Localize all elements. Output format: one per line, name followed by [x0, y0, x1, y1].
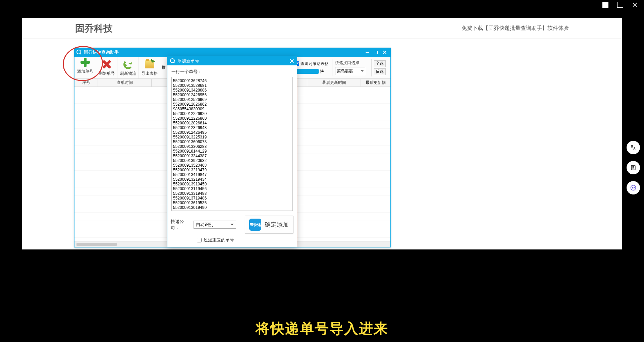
svg-point-2 [632, 187, 633, 188]
scroll-checkbox-label: 查询时滚动表格 [301, 61, 329, 67]
print-button[interactable] [627, 161, 640, 174]
app-titlebar[interactable]: 固乔快递查询助手 [74, 48, 390, 57]
carrier-select[interactable]: 自动识别 [194, 221, 236, 229]
interface-select[interactable]: 菜鸟裹裹 [335, 67, 365, 75]
svg-point-3 [634, 187, 635, 188]
app-title: 固乔快递查询助手 [84, 49, 119, 55]
export-button[interactable]: 导出表格 [139, 57, 160, 78]
dialog-title: 添加新单号 [177, 58, 199, 64]
confirm-label: 确定添加 [265, 221, 289, 229]
refresh-label: 刷新物流 [120, 71, 136, 76]
delete-tracking-label: 删除单号 [99, 71, 115, 76]
chevron-down-icon [361, 70, 364, 73]
col-last-logistics[interactable]: 最后更新物 [361, 79, 390, 87]
col-seq[interactable]: 序号 [74, 79, 98, 87]
push-label: 推 [162, 65, 166, 70]
export-label: 导出表格 [142, 71, 158, 76]
filter-checkbox-input[interactable] [197, 238, 202, 242]
quick-label: 快 [320, 69, 324, 74]
toolbar-right-panel: 查询时滚动表格 快 快递接口选择 菜鸟裹裹 全选 反选 [292, 57, 390, 78]
dialog-close-button[interactable] [289, 59, 294, 63]
video-subtitle: 将快递单号导入进来 [0, 319, 644, 338]
os-minimize-button[interactable] [602, 2, 608, 8]
search-express-icon: 查快递 [249, 219, 261, 231]
progress-bar [294, 69, 319, 74]
cross-icon [102, 60, 111, 69]
confirm-add-button[interactable]: 查快递 确定添加 [245, 216, 293, 234]
invert-select-button[interactable]: 反选 [374, 68, 386, 75]
app-minimize-button[interactable] [364, 50, 371, 55]
floating-tools [627, 141, 640, 194]
tracking-textarea[interactable] [171, 77, 293, 211]
col-last-update[interactable]: 最后更新时间 [307, 79, 361, 87]
select-all-button[interactable]: 全选 [374, 60, 386, 67]
refresh-icon [123, 60, 133, 69]
refresh-button[interactable]: 刷新物流 [117, 57, 139, 78]
folder-export-icon [145, 60, 154, 68]
dialog-titlebar[interactable]: 添加新单号 [167, 57, 297, 65]
interface-label: 快递接口选择 [335, 60, 365, 66]
svg-point-1 [631, 185, 636, 190]
carrier-label: 快递公司： [171, 219, 190, 231]
download-promo[interactable]: 免费下载【固乔快递批量查询助手】软件体验 [462, 25, 569, 32]
os-close-button[interactable] [632, 2, 638, 8]
chat-button[interactable] [627, 181, 640, 194]
add-tracking-button[interactable]: 添加单号 [74, 57, 96, 74]
scrollbar-thumb[interactable] [76, 243, 117, 246]
os-maximize-button[interactable] [617, 2, 623, 8]
carrier-value: 自动识别 [196, 222, 213, 228]
input-hint: 一行一个单号： [171, 69, 293, 75]
magnifier-icon [170, 58, 175, 64]
interface-value: 菜鸟裹裹 [337, 68, 353, 74]
app-close-button[interactable] [381, 50, 388, 55]
translate-button[interactable] [627, 141, 640, 154]
delete-tracking-button[interactable]: 删除单号 [96, 57, 117, 78]
filter-label: 过滤重复的单号 [204, 237, 234, 243]
col-query-time[interactable]: 查单时间 [98, 79, 152, 87]
scroll-on-query-checkbox[interactable]: 查询时滚动表格 [294, 61, 329, 67]
add-tracking-dialog: 添加新单号 一行一个单号： 快递公司： 自动识别 查快递 确定添加 过滤重复的单… [167, 56, 297, 247]
brand-title: 固乔科技 [75, 22, 113, 35]
filter-duplicates-checkbox[interactable]: 过滤重复的单号 [197, 237, 293, 243]
push-button-partial[interactable]: 推 [160, 57, 167, 78]
os-window-controls [602, 2, 638, 8]
add-tracking-label: 添加单号 [77, 69, 93, 74]
chevron-down-icon [230, 224, 234, 227]
plus-icon [80, 58, 90, 67]
app-maximize-button[interactable] [372, 50, 380, 55]
magnifier-icon [76, 50, 82, 55]
article-header: 固乔科技 免费下载【固乔快递批量查询助手】软件体验 [22, 18, 622, 39]
